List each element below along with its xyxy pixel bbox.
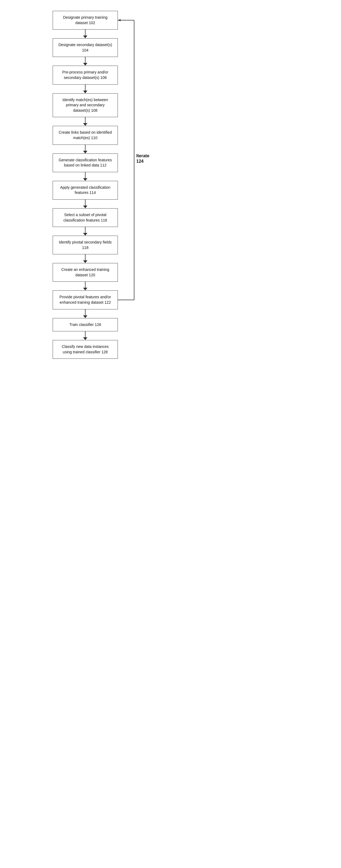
box-122: Provide pivotal features and/or enhanced… [53, 290, 118, 309]
box-108: Identify match(es) between primary and s… [53, 93, 118, 117]
connector-12 [83, 331, 87, 340]
arrow-line [85, 145, 86, 151]
arrow-line [85, 172, 86, 178]
svg-marker-3 [118, 19, 120, 22]
arrow-head [83, 288, 87, 290]
box-102: Designate primary training dataset 102 [53, 11, 118, 30]
arrow-line [85, 331, 86, 337]
arrow-head [83, 91, 87, 93]
arrow-head [83, 337, 87, 340]
arrow-head [83, 315, 87, 318]
arrow-line [85, 85, 86, 91]
box-114: Apply generated classification features … [53, 181, 118, 199]
svg-text:Iterate: Iterate [136, 153, 149, 158]
connector-2 [83, 57, 87, 66]
connector-11 [83, 309, 87, 318]
connector-3 [83, 85, 87, 93]
box-118: Identify pivotal secondary fields 118 [53, 236, 118, 254]
connector-4 [83, 117, 87, 126]
arrow-head [83, 233, 87, 236]
arrow-head [83, 35, 87, 38]
arrow-head [83, 151, 87, 153]
connector-6 [83, 172, 87, 181]
arrow-head [83, 260, 87, 263]
arrow-head [83, 178, 87, 181]
arrow-head [83, 123, 87, 126]
connector-7 [83, 199, 87, 208]
diagram-container: Designate primary training dataset 102 D… [6, 11, 164, 857]
connector-8 [83, 227, 87, 236]
arrow-line [85, 309, 86, 315]
arrow-line [85, 227, 86, 233]
arrow-line [85, 254, 86, 260]
box-110: Create links based on identified match(e… [53, 126, 118, 145]
arrow-line [85, 117, 86, 123]
box-116: Select a subset of pivotal classificatio… [53, 208, 118, 227]
arrow-head [83, 63, 87, 66]
box-126: Train classifier 126 [53, 318, 118, 332]
box-128: Classify new data instances using traine… [53, 340, 118, 359]
box-120: Create an enhanced training dataset 120 [53, 263, 118, 282]
connector-1 [83, 30, 87, 38]
connector-10 [83, 282, 87, 290]
arrow-line [85, 30, 86, 35]
arrow-line [85, 57, 86, 63]
arrow-line [85, 282, 86, 288]
arrow-line [85, 199, 86, 206]
box-104: Designate secondary dataset(s) 104 [53, 38, 118, 57]
box-112: Generate classification features based o… [53, 153, 118, 172]
connector-9 [83, 254, 87, 263]
svg-text:124: 124 [136, 159, 144, 163]
box-106: Pre-process primary and/or secondary dat… [53, 66, 118, 84]
connector-5 [83, 145, 87, 153]
arrow-head [83, 206, 87, 208]
